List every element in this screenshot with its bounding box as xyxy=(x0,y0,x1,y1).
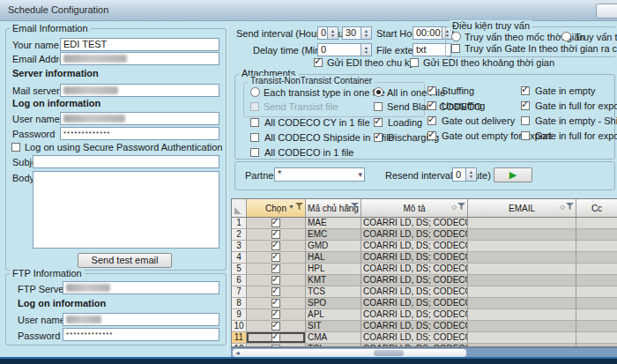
your-name-input[interactable]: EDI TEST xyxy=(60,38,219,51)
spinner-arrows-icon[interactable]: ▲▼ xyxy=(465,168,476,181)
row-select-cell[interactable] xyxy=(247,241,306,252)
checkbox-box[interactable] xyxy=(250,133,259,142)
row-number[interactable]: 9 xyxy=(232,309,247,321)
cell-code[interactable]: APL xyxy=(306,309,361,321)
checkbox-box[interactable] xyxy=(374,133,383,142)
query-milestone-radio[interactable] xyxy=(451,32,461,41)
sort-icon[interactable]: ◇ xyxy=(452,204,457,211)
query-gatein-checkbox[interactable] xyxy=(451,44,460,53)
cell-email[interactable] xyxy=(468,229,576,241)
cell-email[interactable] xyxy=(468,332,576,344)
filter-icon[interactable] xyxy=(351,203,359,211)
checkbox-box[interactable] xyxy=(250,148,259,157)
spa-checkbox[interactable] xyxy=(11,143,20,152)
cell-cc[interactable] xyxy=(576,309,617,321)
table-row[interactable]: 1MAECOARRI LD, DS; CODECO CY xyxy=(232,218,617,229)
spinner-arrows-icon[interactable]: ▲▼ xyxy=(327,27,338,39)
spinner-arrows-icon[interactable]: ▲▼ xyxy=(361,27,371,39)
table-row[interactable]: 9APLCOARRI LD, DS; CODECO CY xyxy=(232,309,617,321)
row-select-cell[interactable] xyxy=(247,218,306,229)
checkbox-box[interactable] xyxy=(521,131,530,140)
grid-header-email[interactable]: EMAIL ◇ xyxy=(468,199,576,217)
send-edi-cycle-checkbox[interactable] xyxy=(314,58,323,67)
row-number[interactable]: 1 xyxy=(232,218,247,229)
cell-code[interactable]: CMA xyxy=(306,332,361,344)
row-select-checkbox[interactable] xyxy=(271,253,280,262)
row-select-checkbox[interactable] xyxy=(271,276,280,285)
grid-corner-cell[interactable] xyxy=(232,199,247,217)
cell-desc[interactable]: COARRI LD, DS; CODECO CY xyxy=(361,321,468,332)
row-select-cell[interactable] xyxy=(247,264,306,275)
row-number[interactable]: 5 xyxy=(232,264,247,275)
user-name-input[interactable] xyxy=(60,112,219,125)
row-number[interactable]: 10 xyxy=(232,321,247,332)
table-row[interactable]: 4HALCOARRI LD, DS; CODECO CY xyxy=(232,252,617,264)
table-row[interactable]: 7TCSCOARRI LD, DS; CODECO CY xyxy=(232,286,617,298)
query-day-radio[interactable] xyxy=(561,32,571,41)
resend-interval-spinner[interactable]: 0▲▼ xyxy=(452,167,477,182)
cell-email[interactable] xyxy=(468,241,576,252)
row-number[interactable]: 7 xyxy=(232,286,247,298)
cell-cc[interactable] xyxy=(576,229,617,241)
cell-code[interactable]: SIT xyxy=(306,321,361,332)
cell-code[interactable]: HAL xyxy=(306,252,361,264)
row-select-cell[interactable] xyxy=(247,286,306,298)
cell-email[interactable] xyxy=(468,286,576,298)
cell-desc[interactable]: COARRI LD, DS; CODECO CY xyxy=(361,241,468,252)
ftp-user-name-input[interactable] xyxy=(63,313,219,326)
send-edi-range-checkbox[interactable] xyxy=(410,58,419,67)
partner-combobox[interactable]: *▾ xyxy=(274,167,365,182)
email-address-input[interactable] xyxy=(60,52,219,65)
send-transist-file-checkbox[interactable] xyxy=(250,102,259,111)
table-row[interactable]: 2EMCCOARRI LD, DS; CODECO CY xyxy=(232,229,617,241)
table-row[interactable]: 8SPOCOARRI LD, DS; CODECO CY xyxy=(232,298,617,309)
cell-email[interactable] xyxy=(468,275,576,286)
each-transist-radio[interactable] xyxy=(250,87,260,97)
row-number[interactable]: 3 xyxy=(232,241,247,252)
checkbox-box[interactable] xyxy=(250,118,259,127)
row-number[interactable]: 11 xyxy=(232,332,247,344)
cell-email[interactable] xyxy=(468,321,576,332)
filter-icon[interactable] xyxy=(295,203,303,211)
checkbox-box[interactable] xyxy=(427,101,436,110)
row-select-cell[interactable] xyxy=(247,309,306,321)
cell-code[interactable]: GMD xyxy=(306,241,361,252)
chevron-down-icon[interactable]: ▾ xyxy=(358,169,362,181)
run-button[interactable]: ▶ xyxy=(494,167,532,182)
row-number[interactable]: 8 xyxy=(232,298,247,309)
mail-server-input[interactable] xyxy=(60,84,219,97)
grid-header-code[interactable]: Mã chủ hãng ◇ xyxy=(306,199,361,217)
checkbox-box[interactable] xyxy=(521,101,530,110)
row-select-checkbox[interactable] xyxy=(271,310,280,319)
row-select-checkbox[interactable] xyxy=(271,287,280,296)
cell-cc[interactable] xyxy=(576,286,617,298)
row-select-checkbox[interactable] xyxy=(271,241,280,250)
sort-icon[interactable]: ▼ xyxy=(288,204,294,210)
table-row[interactable]: 10SITCOARRI LD, DS; CODECO CY xyxy=(232,321,617,332)
cell-desc[interactable]: COARRI LD, DS; CODECO CY xyxy=(361,229,468,241)
table-row[interactable]: 6KMTCOARRI LD, DS; CODECO CY xyxy=(232,275,617,286)
row-select-checkbox[interactable] xyxy=(271,299,280,308)
checkbox-box[interactable] xyxy=(427,116,436,125)
row-select-cell[interactable] xyxy=(247,332,306,344)
grid-header-desc[interactable]: Mô tả ◇ xyxy=(361,199,468,217)
cell-code[interactable]: TCS xyxy=(306,286,361,298)
cell-desc[interactable]: COARRI LD, DS; CODECO CY xyxy=(361,252,468,264)
cell-desc[interactable]: COARRI LD, DS; CODECO CY xyxy=(361,264,468,275)
sort-icon[interactable]: ◇ xyxy=(346,204,350,211)
row-select-checkbox[interactable] xyxy=(271,230,280,239)
cell-email[interactable] xyxy=(468,264,576,275)
cell-desc[interactable]: COARRI LD, DS; CODECO CY xyxy=(361,332,468,344)
cell-desc[interactable]: COARRI LD, DS; CODECO CY xyxy=(361,218,468,229)
cell-cc[interactable] xyxy=(576,252,617,264)
cell-desc[interactable]: COARRI LD, DS; CODECO CY xyxy=(361,275,468,286)
cell-desc[interactable]: COARRI LD, DS; CODECO CY xyxy=(361,286,468,298)
row-select-checkbox[interactable] xyxy=(271,219,280,227)
cell-cc[interactable] xyxy=(576,321,617,332)
spinner-arrows-icon[interactable]: ▲▼ xyxy=(361,44,371,56)
delay-time-spinner[interactable]: 0▲▼ xyxy=(317,43,372,56)
row-number[interactable]: 2 xyxy=(232,229,247,241)
send-interval-minute-spinner[interactable]: 30▲▼ xyxy=(342,26,372,40)
checkbox-box[interactable] xyxy=(521,86,530,95)
cell-desc[interactable]: COARRI LD, DS; CODECO CY xyxy=(361,298,468,309)
